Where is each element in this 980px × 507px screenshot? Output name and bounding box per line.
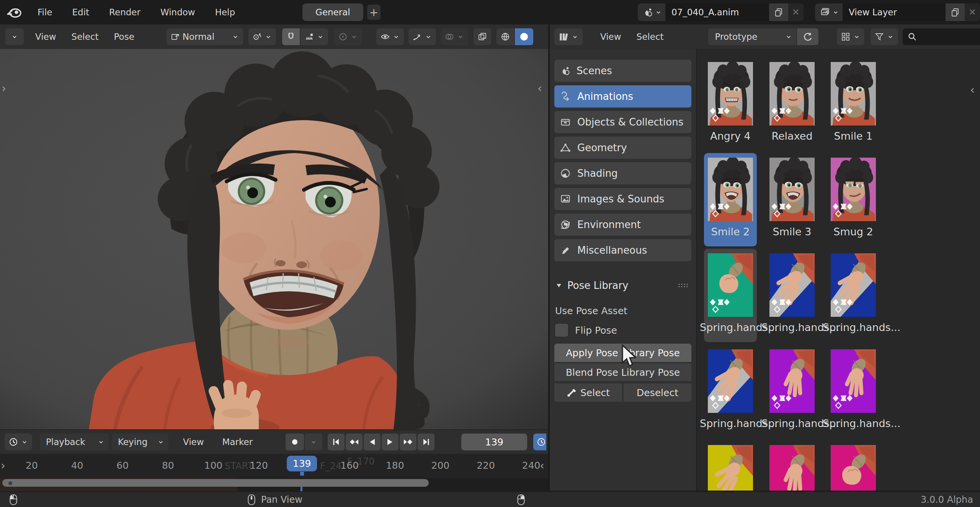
current-frame-field[interactable]: 139 xyxy=(461,434,527,450)
playback-menu[interactable]: Playback xyxy=(40,434,109,450)
region-expand-arrow[interactable]: ‹ xyxy=(540,460,544,471)
wireframe-shading-button[interactable] xyxy=(497,28,514,45)
view-layer-name-field[interactable]: View Layer xyxy=(843,3,946,21)
jump-to-end-button[interactable] xyxy=(418,434,434,450)
sidebar-expand-arrow[interactable]: ‹ xyxy=(537,83,542,94)
select-bones-button[interactable]: Select xyxy=(554,383,622,402)
category-item-environment[interactable]: Environment xyxy=(554,214,691,236)
asset-thumbnail[interactable] xyxy=(831,253,876,317)
solid-shading-button[interactable] xyxy=(515,28,533,45)
region-expand-arrow[interactable]: › xyxy=(1,460,5,471)
editor-type-button[interactable] xyxy=(554,28,583,45)
jump-end-icon xyxy=(421,437,431,447)
asset-thumbnail[interactable] xyxy=(831,62,876,126)
asset-thumbnail[interactable] xyxy=(708,445,753,491)
category-item-miscellaneous[interactable]: Miscellaneous xyxy=(554,239,691,261)
add-workspace-button[interactable]: + xyxy=(367,5,381,20)
current-frame-badge[interactable]: 139 xyxy=(287,456,317,471)
category-item-shading[interactable]: Shading xyxy=(554,162,691,184)
scene-unlink-button[interactable]: ✕ xyxy=(788,3,804,21)
panel-grip-icon[interactable] xyxy=(678,282,690,289)
asset-thumbnail[interactable] xyxy=(708,349,753,413)
scene-copy-button[interactable] xyxy=(769,3,788,21)
category-item-scenes[interactable]: Scenes xyxy=(554,60,691,82)
scene-name-field[interactable]: 07_040_A.anim xyxy=(665,3,769,21)
editor-type-button[interactable] xyxy=(5,28,24,45)
menu-select[interactable]: Select xyxy=(64,32,106,42)
asset-thumbnail[interactable] xyxy=(831,349,876,413)
xray-toggle-button[interactable] xyxy=(474,28,491,45)
next-keyframe-button[interactable] xyxy=(400,434,416,450)
asset-thumbnail[interactable] xyxy=(769,445,815,491)
menu-help[interactable]: Help xyxy=(205,7,245,17)
proportional-edit-dropdown[interactable] xyxy=(334,28,362,45)
menu-pose[interactable]: Pose xyxy=(106,32,142,42)
snap-toggle-button[interactable] xyxy=(282,28,300,45)
view-layer-copy-button[interactable] xyxy=(946,3,965,21)
prev-keyframe-button[interactable] xyxy=(346,434,363,450)
keying-set-dropdown[interactable] xyxy=(305,434,322,450)
menu-render[interactable]: Render xyxy=(99,7,150,17)
menu-window[interactable]: Window xyxy=(150,7,205,17)
menu-view[interactable]: View xyxy=(28,32,64,42)
deselect-bones-button[interactable]: Deselect xyxy=(624,383,691,402)
menu-view[interactable]: View xyxy=(175,437,212,447)
play-button[interactable] xyxy=(382,434,399,450)
asset-thumbnail[interactable] xyxy=(769,349,815,413)
animation-icon xyxy=(560,91,571,102)
chevron-down-icon xyxy=(265,33,272,41)
auto-keying-record-button[interactable] xyxy=(286,434,304,450)
menu-select[interactable]: Select xyxy=(629,32,671,42)
menu-edit[interactable]: Edit xyxy=(62,7,100,17)
filter-dropdown[interactable] xyxy=(871,28,898,45)
timeline-ruler[interactable]: › ‹ 20406080100120160180200220240STARTF_… xyxy=(0,454,548,478)
menu-file[interactable]: File xyxy=(28,7,62,17)
display-mode-dropdown[interactable] xyxy=(837,28,864,45)
category-item-images-sounds[interactable]: Images & Sounds xyxy=(554,188,691,210)
snap-target-dropdown[interactable] xyxy=(301,28,328,45)
category-item-animations[interactable]: Animations xyxy=(554,85,691,108)
category-item-objects-collections[interactable]: Objects & Collections xyxy=(554,111,691,133)
asset-label: Spring.hands... xyxy=(761,417,823,429)
jump-to-start-button[interactable] xyxy=(328,434,345,450)
asset-thumbnail[interactable] xyxy=(769,62,815,126)
asset-source-dropdown[interactable]: Prototype xyxy=(708,28,796,45)
mouse-right-icon xyxy=(517,494,525,505)
object-visibility-dropdown[interactable] xyxy=(376,28,404,45)
viewport-3d[interactable]: › ‹ xyxy=(0,49,548,429)
viewport-header: View Select Pose Normal xyxy=(0,24,548,50)
overlays-dropdown[interactable] xyxy=(441,28,468,45)
blender-logo-icon[interactable] xyxy=(6,5,22,19)
editor-type-button[interactable] xyxy=(5,434,32,450)
asset-thumbnail[interactable] xyxy=(831,445,876,491)
asset-thumbnail[interactable] xyxy=(708,253,753,317)
region-separator[interactable] xyxy=(548,24,550,491)
pose-library-panel-header[interactable]: Pose Library xyxy=(550,276,696,295)
asset-thumbnail[interactable] xyxy=(708,62,753,126)
play-reverse-button[interactable] xyxy=(364,434,381,450)
scene-icon-button[interactable] xyxy=(638,3,665,21)
asset-thumbnail[interactable] xyxy=(769,158,815,221)
menu-view[interactable]: View xyxy=(593,32,629,42)
refresh-library-button[interactable] xyxy=(797,28,818,45)
keying-menu[interactable]: Keying xyxy=(112,434,168,450)
transform-orientation-dropdown[interactable]: Normal xyxy=(167,28,243,45)
flip-pose-checkbox[interactable] xyxy=(554,323,569,337)
view-layer-icon-button[interactable] xyxy=(815,3,843,21)
workspace-tab-general[interactable]: General xyxy=(302,3,363,21)
timeline-scrollbar-thumb[interactable] xyxy=(2,479,429,487)
toolbar-expand-arrow[interactable]: › xyxy=(2,83,6,94)
asset-thumbnail[interactable] xyxy=(769,253,815,317)
view-layer-unlink-button[interactable]: ✕ xyxy=(965,3,980,21)
asset-thumbnail[interactable] xyxy=(831,158,876,221)
search-input[interactable] xyxy=(921,32,980,42)
frame-start-field-partial[interactable] xyxy=(533,434,546,450)
search-field[interactable] xyxy=(903,28,980,45)
region-expand-arrow[interactable]: ‹ xyxy=(970,84,975,96)
pivot-point-dropdown[interactable] xyxy=(248,28,276,45)
asset-thumbnail[interactable] xyxy=(708,158,753,221)
play-back-icon xyxy=(367,437,377,447)
menu-marker[interactable]: Marker xyxy=(215,437,261,447)
gizmo-dropdown[interactable] xyxy=(408,28,436,45)
category-item-geometry[interactable]: Geometry xyxy=(554,137,691,159)
